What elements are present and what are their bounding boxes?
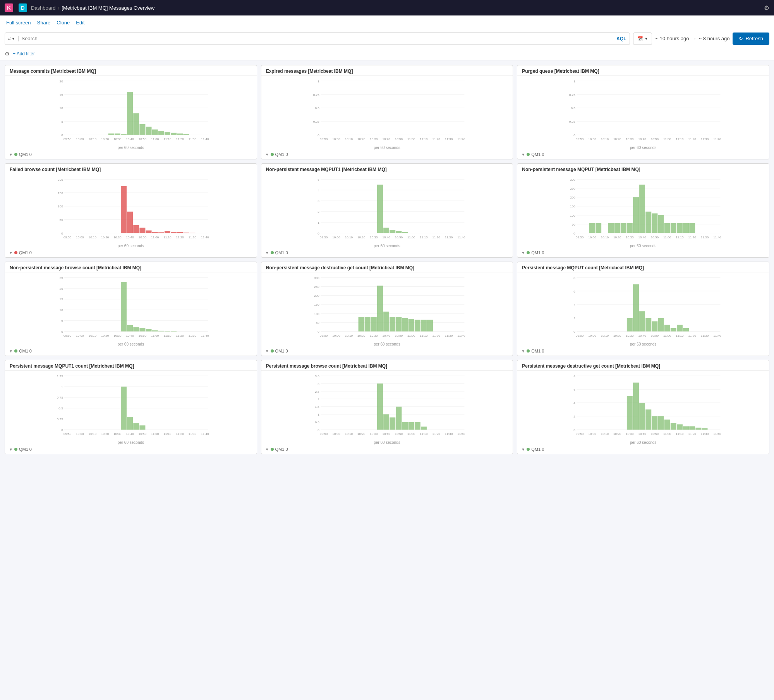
chart-svg-pers-mqput: 8642009:5010:0010:1010:2010:3010:4010:50…: [520, 274, 766, 341]
svg-text:11:00: 11:00: [663, 432, 671, 436]
chart-collapse-pers-destructive[interactable]: ▼: [521, 447, 525, 452]
breadcrumb-dashboard[interactable]: Dashboard: [31, 5, 56, 11]
svg-text:11:20: 11:20: [176, 334, 184, 337]
settings-icon[interactable]: ⚙: [764, 5, 769, 11]
field-type-selector[interactable]: # ▼: [8, 36, 19, 41]
svg-text:100: 100: [570, 214, 575, 217]
svg-rect-302: [127, 417, 133, 430]
svg-text:11:30: 11:30: [445, 137, 453, 141]
chart-collapse-expired-msgs[interactable]: ▼: [265, 152, 269, 157]
svg-rect-22: [183, 134, 189, 135]
svg-text:11:00: 11:00: [151, 236, 159, 239]
svg-text:10:40: 10:40: [638, 432, 647, 436]
chart-collapse-purged-queue[interactable]: ▼: [521, 152, 525, 157]
svg-text:50: 50: [60, 218, 63, 222]
svg-rect-160: [608, 223, 614, 233]
refresh-button[interactable]: ↻ Refresh: [733, 33, 769, 45]
chart-title-pers-browse: Persistent message browse count [Metricb…: [261, 360, 513, 371]
svg-text:10:30: 10:30: [626, 432, 634, 436]
search-box[interactable]: # ▼ KQL: [5, 33, 630, 45]
chart-collapse-pers-mqput[interactable]: ▼: [521, 349, 525, 353]
svg-text:150: 150: [570, 205, 575, 208]
legend-dot-failed-browse: [14, 251, 17, 254]
filter-bar: # ▼ KQL 📅 ▼ ~ 10 hours ago → ~ 8 hours a…: [0, 30, 774, 47]
svg-text:10:10: 10:10: [89, 236, 97, 239]
svg-rect-239: [396, 317, 402, 331]
chart-footer-nonp-browse: ▼ QM1 0: [5, 347, 257, 356]
per-label-nonp-mqput: per 60 seconds: [517, 244, 769, 249]
svg-rect-161: [614, 223, 620, 233]
svg-text:10:50: 10:50: [651, 236, 659, 239]
refresh-label: Refresh: [745, 36, 763, 41]
svg-rect-91: [121, 186, 127, 233]
svg-rect-164: [633, 197, 639, 233]
kql-badge[interactable]: KQL: [616, 36, 626, 41]
svg-rect-199: [127, 325, 133, 332]
chart-collapse-nonp-destructive[interactable]: ▼: [265, 349, 269, 353]
svg-rect-171: [677, 223, 683, 233]
per-label-msg-commits: per 60 seconds: [5, 145, 257, 151]
chart-collapse-failed-browse[interactable]: ▼: [9, 251, 13, 255]
svg-rect-198: [121, 282, 127, 331]
svg-text:0: 0: [317, 330, 319, 334]
svg-rect-92: [127, 212, 133, 233]
svg-rect-340: [421, 427, 427, 430]
chart-collapse-nonp-mqput[interactable]: ▼: [521, 251, 525, 255]
svg-text:11:00: 11:00: [663, 334, 671, 337]
svg-text:11:00: 11:00: [407, 334, 415, 337]
svg-text:10:00: 10:00: [332, 236, 340, 239]
date-picker[interactable]: 📅 ▼: [633, 33, 652, 45]
add-filter-button[interactable]: + Add filter: [13, 51, 35, 56]
chart-area-msg-commits: 2015105009:5010:0010:1010:2010:3010:4010…: [5, 76, 257, 145]
chart-collapse-nonp-mqput1[interactable]: ▼: [265, 251, 269, 255]
svg-text:09:50: 09:50: [63, 432, 72, 436]
svg-rect-339: [414, 422, 420, 430]
filter-settings-icon[interactable]: ⚙: [5, 51, 10, 57]
share-link[interactable]: Share: [37, 20, 51, 26]
svg-text:6: 6: [573, 290, 575, 293]
svg-text:0.5: 0.5: [58, 407, 63, 410]
svg-rect-366: [646, 409, 652, 430]
svg-rect-274: [671, 328, 676, 332]
chart-collapse-pers-browse[interactable]: ▼: [265, 447, 269, 452]
svg-text:10:40: 10:40: [382, 137, 390, 141]
svg-rect-241: [408, 319, 414, 331]
svg-text:10:10: 10:10: [601, 236, 609, 239]
svg-text:2: 2: [573, 415, 575, 418]
svg-text:50: 50: [316, 321, 319, 325]
chart-title-nonp-mqput1: Non-persistent message MQPUT1 [Metricbea…: [261, 164, 513, 174]
chart-footer-nonp-mqput1: ▼ QM1 0: [261, 249, 513, 257]
search-input[interactable]: [22, 36, 617, 41]
svg-text:0.25: 0.25: [313, 120, 319, 123]
svg-rect-373: [690, 426, 695, 430]
chart-collapse-nonp-browse[interactable]: ▼: [9, 349, 13, 353]
svg-text:250: 250: [314, 285, 319, 289]
svg-rect-273: [664, 325, 670, 331]
chart-area-pers-browse: 3.532.521.510.5009:5010:0010:1010:2010:3…: [261, 371, 513, 440]
svg-text:11:00: 11:00: [151, 334, 159, 337]
per-label-expired-msgs: per 60 seconds: [261, 145, 513, 151]
svg-text:11:00: 11:00: [407, 432, 415, 436]
chart-collapse-msg-commits[interactable]: ▼: [9, 152, 13, 157]
chart-area-failed-browse: 20015010050009:5010:0010:1010:2010:3010:…: [5, 174, 257, 244]
svg-rect-237: [383, 311, 389, 331]
svg-text:10:00: 10:00: [332, 137, 340, 141]
legend-dot-pers-browse: [271, 448, 274, 451]
chart-collapse-pers-mqput1[interactable]: ▼: [9, 447, 13, 452]
svg-text:11:30: 11:30: [701, 236, 709, 239]
chart-svg-expired-msgs: 10.750.50.25009:5010:0010:1010:2010:3010…: [264, 77, 510, 145]
svg-text:20: 20: [60, 80, 63, 83]
svg-text:0: 0: [573, 232, 575, 235]
svg-text:5: 5: [61, 319, 63, 323]
svg-text:10:50: 10:50: [139, 334, 147, 337]
svg-rect-173: [690, 223, 695, 233]
svg-rect-236: [377, 286, 383, 331]
svg-rect-374: [696, 428, 702, 430]
fullscreen-link[interactable]: Full screen: [6, 20, 31, 26]
edit-link[interactable]: Edit: [76, 20, 84, 26]
svg-text:2: 2: [573, 317, 575, 320]
chart-svg-purged-queue: 10.750.50.25009:5010:0010:1010:2010:3010…: [520, 77, 766, 145]
clone-link[interactable]: Clone: [57, 20, 70, 26]
svg-text:10:30: 10:30: [370, 236, 378, 239]
svg-text:10:10: 10:10: [601, 432, 609, 436]
